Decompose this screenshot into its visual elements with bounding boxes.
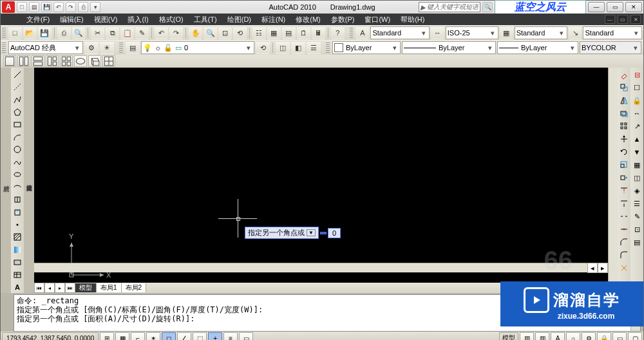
move-tool[interactable]	[618, 133, 630, 145]
designcenter-button[interactable]: ▦	[267, 26, 281, 39]
layer-off-button[interactable]: ◧	[291, 41, 305, 54]
front-tool[interactable]: ▲	[631, 133, 643, 145]
side-tab-material[interactable]: 材质	[1, 68, 11, 293]
point-tool[interactable]	[12, 219, 23, 230]
app-logo[interactable]: A	[2, 1, 15, 13]
doc-minimize-button[interactable]: —	[605, 15, 615, 24]
table-tool[interactable]	[12, 269, 23, 280]
layer-state-button[interactable]: ☰	[307, 41, 321, 54]
dynamic-expand-icon[interactable]: ▼	[307, 229, 316, 236]
block-tool[interactable]	[12, 194, 23, 205]
quickview-drawings-button[interactable]: ▥	[535, 332, 549, 340]
ellipse-arc-tool[interactable]	[12, 182, 23, 193]
plotstyle-dropdown[interactable]: BYCOLOR ▾	[580, 41, 641, 54]
tab-last-button[interactable]: ⏭	[65, 283, 75, 293]
undo-icon[interactable]: ↶	[53, 2, 64, 12]
line-tool[interactable]	[12, 69, 23, 80]
close-button[interactable]: ✕	[625, 2, 642, 12]
cut-button[interactable]: ✂	[91, 26, 104, 39]
quickview-layouts-button[interactable]: ▥	[520, 332, 534, 340]
redo-icon[interactable]: ↷	[66, 2, 76, 12]
measure-tool[interactable]: ⊟	[631, 69, 643, 80]
circle-tool[interactable]	[12, 144, 23, 155]
dyn-button[interactable]: +	[208, 332, 222, 340]
open-icon[interactable]: ▤	[29, 2, 39, 12]
fillet-tool[interactable]	[618, 249, 630, 261]
tab-next-button[interactable]: ▸	[55, 283, 65, 293]
layer-manager-button[interactable]: ▤	[126, 41, 140, 54]
otrack-button[interactable]: ∠	[177, 332, 191, 340]
hardware-accel-button[interactable]: ▭	[612, 332, 627, 340]
table-style-dropdown[interactable]: Standard ▾	[515, 26, 567, 39]
workspace-toggle-button[interactable]: ☀	[100, 41, 114, 54]
properties-button[interactable]: ☷	[252, 26, 266, 39]
dynamic-value2[interactable]: 0	[328, 228, 341, 238]
new-button[interactable]: □	[8, 26, 22, 39]
layer-dropdown[interactable]: 💡 ☼ 🔓 ▭ 0 ▾	[141, 41, 254, 54]
viewport-3d-button[interactable]	[88, 55, 101, 67]
toolbar-grip[interactable]	[326, 42, 330, 53]
layer-prev-button[interactable]: ⟲	[256, 41, 270, 54]
zoom-window-button[interactable]: ⊡	[218, 26, 232, 39]
workspace-dropdown[interactable]: AutoCAD 经典 ▾	[8, 41, 83, 54]
save-button[interactable]: 💾	[38, 26, 52, 39]
workspace-settings-button[interactable]: ⚙	[84, 41, 99, 54]
misc1-tool[interactable]: ◈	[631, 185, 643, 196]
break-tool[interactable]	[618, 211, 630, 222]
minimize-button[interactable]: —	[588, 2, 605, 12]
spline-tool[interactable]	[12, 156, 23, 167]
insert-block-tool[interactable]	[12, 207, 23, 218]
plot-button[interactable]: ⎙	[57, 26, 71, 39]
menu-help[interactable]: 帮助(H)	[401, 15, 424, 24]
viewport-three-button[interactable]	[46, 55, 59, 67]
menu-file[interactable]: 文件(F)	[26, 15, 50, 24]
clean-screen-button[interactable]: ▢	[628, 332, 642, 340]
matchprop-button[interactable]: ✎	[135, 26, 149, 39]
text-tool[interactable]: A	[12, 281, 23, 292]
polar-button[interactable]: ✶	[146, 332, 160, 340]
annotation-vis-button[interactable]: ☼	[566, 332, 580, 340]
ortho-button[interactable]: ⌐	[131, 332, 145, 340]
copy-tool[interactable]	[618, 82, 630, 93]
menu-param[interactable]: 参数(P)	[331, 15, 355, 24]
mleader-style-dropdown[interactable]: Standard ▾	[583, 26, 641, 39]
viewport-two-h-button[interactable]	[32, 55, 44, 67]
ducs-button[interactable]: ⬚	[193, 332, 207, 340]
polygon-tool[interactable]	[12, 106, 23, 117]
menu-window[interactable]: 窗口(W)	[365, 15, 390, 24]
erase-tool[interactable]	[618, 69, 630, 80]
gradient-tool[interactable]	[12, 244, 23, 255]
new-icon[interactable]: □	[17, 2, 27, 12]
color-dropdown[interactable]: ByLayer ▾	[332, 41, 401, 54]
tab-first-button[interactable]: ⏮	[34, 283, 44, 293]
scale-tool[interactable]	[618, 159, 630, 171]
qp-button[interactable]: ▭	[239, 332, 253, 340]
select-tool[interactable]: ☐	[631, 82, 643, 93]
tab-layout1[interactable]: 布局1	[97, 283, 122, 292]
viewport-two-v-button[interactable]	[17, 55, 30, 67]
misc2-tool[interactable]: ☰	[631, 198, 643, 209]
lock-tool[interactable]: 🔒	[631, 95, 643, 106]
lineweight-dropdown[interactable]: ByLayer ▾	[497, 41, 578, 54]
toolbar-grip[interactable]	[350, 28, 354, 38]
polyline-tool[interactable]	[12, 94, 23, 105]
copy-button[interactable]: ⧉	[106, 26, 119, 39]
menu-tools[interactable]: 工具(T)	[194, 15, 217, 24]
menu-edit[interactable]: 编辑(E)	[60, 15, 84, 24]
linetype-dropdown[interactable]: ByLayer ▾	[402, 41, 496, 54]
zoom-prev-button[interactable]: ⟲	[233, 26, 247, 39]
model-space-button[interactable]: 模型	[499, 332, 518, 340]
markup-button[interactable]: 🗒	[297, 26, 310, 39]
stretch-tool[interactable]	[618, 172, 630, 184]
back-tool[interactable]: ▼	[631, 146, 643, 158]
offset-tool[interactable]	[618, 108, 630, 119]
pedit-tool[interactable]: ✎	[631, 211, 643, 222]
menu-draw[interactable]: 绘图(D)	[227, 15, 251, 24]
layer-iso-button[interactable]: ◫	[276, 41, 290, 54]
extend-tool[interactable]	[618, 198, 630, 209]
dim-linear-tool[interactable]: ↔	[631, 108, 643, 119]
rotate-tool[interactable]	[618, 146, 630, 158]
menu-modify[interactable]: 修改(M)	[296, 15, 321, 24]
viewport-more-button[interactable]	[102, 55, 115, 67]
viewport-four-button[interactable]	[60, 55, 73, 67]
